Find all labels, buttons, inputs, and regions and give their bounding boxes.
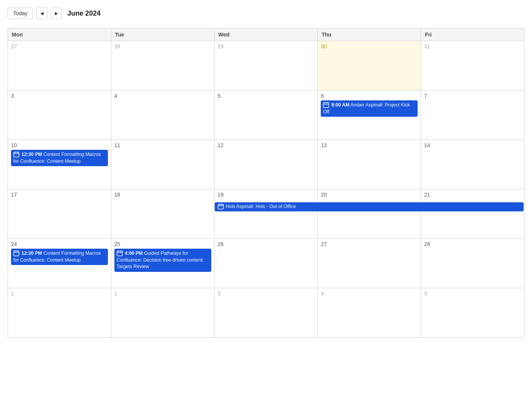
svg-rect-12 [14,251,19,256]
day-number: 25 [114,241,211,247]
day-number: 11 [114,142,211,148]
day-cell-may27[interactable]: 27 [8,41,111,90]
event-time: 8:00 AM [331,102,349,108]
day-cell-may28[interactable]: 28 [111,41,215,90]
day-cell-jun19[interactable]: 19 [215,189,318,239]
calendar-icon [117,250,123,256]
event-time: 4:00 PM [125,251,142,256]
today-button[interactable]: Today [8,8,33,19]
event-time: 12:30 PM [21,152,42,157]
day-number: 1 [11,290,108,297]
toolbar: Today ◄ ► June 2024 [8,8,524,19]
day-cell-may31[interactable]: 31 [421,41,524,90]
header-thu: Thu [318,29,421,41]
header-wed: Wed [215,29,318,41]
header-fri: Fri [421,29,524,41]
day-cell-jul2[interactable]: 2 [111,288,215,338]
day-cell-jun7[interactable]: 7 [421,90,524,140]
day-number: 20 [321,192,418,198]
day-number: 14 [424,142,521,148]
day-number: 19 [218,192,315,198]
week-row-jun17: 17 18 19 20 21 [8,189,524,239]
week-row-jun3: 3 4 5 6 8:00 AM Amber Aspinall: Project … [8,90,524,140]
day-number: 5 [424,290,521,297]
day-number: 6 [321,93,418,99]
week-row-jun24: 24 12:30 PM Content Formatting Macros fo… [8,239,524,288]
header-tue: Tue [111,29,215,41]
day-number: 21 [424,192,521,198]
day-number: 7 [424,93,521,99]
day-cell-jun6[interactable]: 6 8:00 AM Amber Aspinall: Project Kick O… [318,90,421,140]
day-cell-jul3[interactable]: 3 [215,288,318,338]
calendar-icon [218,203,224,210]
day-number: 27 [11,43,108,49]
day-cell-jun4[interactable]: 4 [111,90,215,140]
day-number: 2 [114,290,211,297]
day-number: 27 [321,241,418,247]
day-number: 17 [11,192,108,198]
day-cell-jun10[interactable]: 10 12:30 PM Content Formatting Macros fo… [8,140,111,189]
day-number: 26 [218,241,315,247]
week-row-jun17-wrapper: 17 18 19 20 21 Hols Aspinall: [8,189,524,239]
week-row: 27 28 29 30 31 [8,41,524,90]
day-cell-jun28[interactable]: 28 [421,239,524,288]
day-number: 13 [321,142,418,148]
day-headers-row: Mon Tue Wed Thu Fri [8,29,524,41]
day-cell-jun5[interactable]: 5 [215,90,318,140]
day-cell-jun20[interactable]: 20 [318,189,421,239]
day-cell-jun27[interactable]: 27 [318,239,421,288]
day-number: 4 [114,93,211,99]
day-number: 30 [321,43,418,49]
day-number: 18 [114,192,211,198]
event-guided-pathways[interactable]: 4:00 PM Guided Pathways for Confluence: … [114,249,211,272]
event-hols-out-of-office[interactable]: Hols Aspinall: Hols - Out of Office [215,202,524,211]
day-cell-may30-today[interactable]: 30 [318,41,421,90]
calendar-icon [13,250,19,256]
day-cell-jul1[interactable]: 1 [8,288,111,338]
day-cell-jul5[interactable]: 5 [421,288,524,338]
day-number: 31 [424,43,521,49]
svg-rect-0 [323,103,329,108]
day-cell-jul4[interactable]: 4 [318,288,421,338]
day-number: 24 [11,241,108,247]
calendar-icon [13,151,19,157]
day-number: 5 [218,93,315,99]
day-cell-jun21[interactable]: 21 [421,189,524,239]
day-number: 28 [114,43,211,49]
day-cell-jun25[interactable]: 25 4:00 PM Guided Pathways for Confluenc… [111,239,215,288]
day-cell-jun24[interactable]: 24 12:30 PM Content Formatting Macros fo… [8,239,111,288]
event-content-meetup-jun24[interactable]: 12:30 PM Content Formatting Macros for C… [11,249,108,265]
day-cell-jun26[interactable]: 26 [215,239,318,288]
svg-rect-4 [14,152,19,157]
week-row-jun10: 10 12:30 PM Content Formatting Macros fo… [8,140,524,189]
day-number: 10 [11,142,108,148]
event-content-meetup-jun10[interactable]: 12:30 PM Content Formatting Macros for C… [11,150,108,166]
day-number: 3 [11,93,108,99]
event-project-kick-off[interactable]: 8:00 AM Amber Aspinall: Project Kick Off [321,100,418,117]
day-cell-jun13[interactable]: 13 [318,140,421,189]
day-cell-jun11[interactable]: 11 [111,140,215,189]
day-number: 12 [218,142,315,148]
calendar-container: Today ◄ ► June 2024 Mon Tue Wed Thu Fri … [0,0,532,345]
day-cell-jun17[interactable]: 17 [8,189,111,239]
svg-rect-16 [117,251,122,256]
header-mon: Mon [8,29,111,41]
svg-rect-8 [218,204,223,209]
week-row-jul1: 1 2 3 4 5 [8,288,524,338]
day-cell-jun18[interactable]: 18 [111,189,215,239]
next-button[interactable]: ► [51,8,62,19]
day-cell-may29[interactable]: 29 [215,41,318,90]
day-cell-jun12[interactable]: 12 [215,140,318,189]
event-time: 12:30 PM [21,251,42,256]
day-number: 4 [321,290,418,297]
calendar-icon [323,102,329,108]
prev-button[interactable]: ◄ [36,8,48,19]
event-title: Hols Aspinall: Hols - Out of Office [226,204,296,209]
day-number: 29 [218,43,315,49]
calendar-grid: Mon Tue Wed Thu Fri 27 28 29 30 31 [8,28,524,338]
day-cell-jun3[interactable]: 3 [8,90,111,140]
month-title: June 2024 [67,10,100,17]
day-cell-jun14[interactable]: 14 [421,140,524,189]
day-number: 3 [218,290,315,297]
day-number: 28 [424,241,521,247]
